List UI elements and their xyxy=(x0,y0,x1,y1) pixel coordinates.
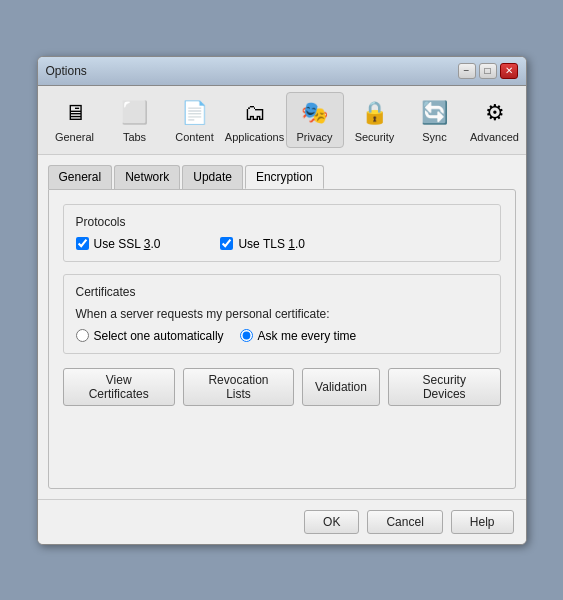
toolbar-sync-label: Sync xyxy=(422,131,446,143)
action-buttons: View Certificates Revocation Lists Valid… xyxy=(63,368,501,406)
toolbar-security-label: Security xyxy=(355,131,395,143)
toolbar-general[interactable]: General xyxy=(46,92,104,148)
privacy-icon xyxy=(299,97,331,129)
help-button[interactable]: Help xyxy=(451,510,514,534)
radio-auto-text: Select one automatically xyxy=(94,329,224,343)
sync-icon xyxy=(419,97,451,129)
toolbar-security[interactable]: Security xyxy=(346,92,404,148)
security-devices-button[interactable]: Security Devices xyxy=(388,368,501,406)
view-certificates-button[interactable]: View Certificates xyxy=(63,368,175,406)
toolbar-advanced-label: Advanced xyxy=(470,131,519,143)
options-window: Options − □ ✕ General Tabs Content Appli… xyxy=(37,56,527,545)
toolbar-tabs-label: Tabs xyxy=(123,131,146,143)
tls-checkbox-label[interactable]: Use TLS 1.0 xyxy=(220,237,305,251)
ssl-checkbox-label[interactable]: Use SSL 3.0 xyxy=(76,237,161,251)
content-area: General Network Update Encryption Protoc… xyxy=(38,155,526,499)
encryption-panel: Protocols Use SSL 3.0 Use TLS 1.0 Certif… xyxy=(48,189,516,489)
toolbar-privacy-label: Privacy xyxy=(296,131,332,143)
certificate-radio-row: Select one automatically Ask me every ti… xyxy=(76,329,488,343)
ssl-label: Use SSL 3.0 xyxy=(94,237,161,251)
tls-checkbox[interactable] xyxy=(220,237,233,250)
window-title: Options xyxy=(46,64,87,78)
toolbar-advanced[interactable]: Advanced xyxy=(466,92,524,148)
applications-icon xyxy=(239,97,271,129)
tab-encryption[interactable]: Encryption xyxy=(245,165,324,189)
titlebar-controls: − □ ✕ xyxy=(458,63,518,79)
minimize-button[interactable]: − xyxy=(458,63,476,79)
radio-auto-label[interactable]: Select one automatically xyxy=(76,329,224,343)
tls-label: Use TLS 1.0 xyxy=(238,237,305,251)
toolbar-tabs[interactable]: Tabs xyxy=(106,92,164,148)
toolbar-privacy[interactable]: Privacy xyxy=(286,92,344,148)
radio-auto[interactable] xyxy=(76,329,89,342)
toolbar-content[interactable]: Content xyxy=(166,92,224,148)
tab-general[interactable]: General xyxy=(48,165,113,189)
security-icon xyxy=(359,97,391,129)
cancel-button[interactable]: Cancel xyxy=(367,510,442,534)
certificates-group: Certificates When a server requests my p… xyxy=(63,274,501,354)
radio-ask-label[interactable]: Ask me every time xyxy=(240,329,357,343)
protocols-group: Protocols Use SSL 3.0 Use TLS 1.0 xyxy=(63,204,501,262)
radio-ask[interactable] xyxy=(240,329,253,342)
cert-description: When a server requests my personal certi… xyxy=(76,307,488,321)
protocols-row: Use SSL 3.0 Use TLS 1.0 xyxy=(76,237,488,251)
tabs-icon xyxy=(119,97,151,129)
content-icon xyxy=(179,97,211,129)
ok-button[interactable]: OK xyxy=(304,510,359,534)
toolbar-general-label: General xyxy=(55,131,94,143)
toolbar-applications-label: Applications xyxy=(225,131,284,143)
ssl-checkbox[interactable] xyxy=(76,237,89,250)
maximize-button[interactable]: □ xyxy=(479,63,497,79)
advanced-icon xyxy=(479,97,511,129)
tabs-bar: General Network Update Encryption xyxy=(48,165,516,189)
general-icon xyxy=(59,97,91,129)
validation-button[interactable]: Validation xyxy=(302,368,380,406)
toolbar-content-label: Content xyxy=(175,131,214,143)
tab-update[interactable]: Update xyxy=(182,165,243,189)
tab-network[interactable]: Network xyxy=(114,165,180,189)
toolbar-applications[interactable]: Applications xyxy=(226,92,284,148)
titlebar: Options − □ ✕ xyxy=(38,57,526,86)
radio-ask-text: Ask me every time xyxy=(258,329,357,343)
toolbar-sync[interactable]: Sync xyxy=(406,92,464,148)
toolbar: General Tabs Content Applications Privac… xyxy=(38,86,526,155)
protocols-label: Protocols xyxy=(76,215,488,229)
footer: OK Cancel Help xyxy=(38,499,526,544)
certificates-label: Certificates xyxy=(76,285,488,299)
close-button[interactable]: ✕ xyxy=(500,63,518,79)
revocation-lists-button[interactable]: Revocation Lists xyxy=(183,368,294,406)
